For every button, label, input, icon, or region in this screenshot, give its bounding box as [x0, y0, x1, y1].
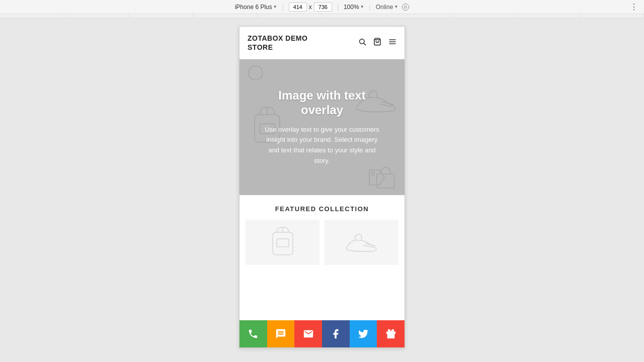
- featured-section: FEATURED COLLECTION: [239, 195, 405, 271]
- svg-line-10: [382, 102, 393, 105]
- toolbar: iPhone 6 Plus ▼ | x | 100% ▼ | Online ▼ …: [0, 0, 644, 14]
- ruler-seg-8: [451, 14, 515, 18]
- zoom-label: 100%: [344, 4, 359, 11]
- gift-button[interactable]: [377, 320, 405, 347]
- main-area: ZOTABOX DEMOSTORE: [0, 18, 644, 361]
- svg-line-1: [364, 43, 366, 45]
- header-icons: [358, 38, 396, 48]
- dimensions: x: [289, 3, 332, 12]
- ruler-seg-1: [0, 14, 64, 18]
- zoom-control[interactable]: 100% ▼: [344, 4, 364, 11]
- device-selector[interactable]: iPhone 6 Plus ▼: [235, 4, 277, 11]
- hero-section: Image with textoverlay Use overlay text …: [239, 59, 405, 195]
- svg-rect-19: [386, 331, 395, 334]
- email-button[interactable]: [294, 320, 322, 347]
- height-input[interactable]: [314, 3, 332, 12]
- ruler-seg-3: [129, 14, 193, 18]
- ruler-seg-5: [258, 14, 322, 18]
- svg-rect-15: [277, 239, 289, 247]
- ruler-seg-6: [322, 14, 386, 18]
- zoom-chevron: ▼: [360, 5, 364, 9]
- hero-content: Image with textoverlay Use overlay text …: [262, 88, 382, 166]
- device-label: iPhone 6 Plus: [235, 4, 272, 11]
- cancel-icon[interactable]: ⊘: [402, 4, 409, 11]
- svg-rect-14: [273, 232, 293, 255]
- device-chevron: ▼: [273, 5, 277, 9]
- svg-rect-13: [377, 174, 394, 188]
- product-card-2[interactable]: [325, 220, 398, 265]
- store-header: ZOTABOX DEMOSTORE: [239, 27, 405, 59]
- search-icon[interactable]: [358, 38, 366, 48]
- chat-button[interactable]: [267, 320, 295, 347]
- more-options-icon[interactable]: ⋮: [630, 2, 638, 12]
- hero-subtitle: Use overlay text to give your customers …: [262, 125, 382, 166]
- menu-icon[interactable]: [388, 38, 396, 48]
- facebook-button[interactable]: [322, 320, 350, 347]
- sep3: |: [369, 4, 371, 11]
- hero-title: Image with textoverlay: [262, 88, 382, 118]
- main-content[interactable]: FEATURED COLLECTION: [239, 195, 405, 320]
- featured-title: FEATURED COLLECTION: [246, 205, 398, 213]
- network-label: Online: [376, 4, 393, 11]
- sep1: |: [282, 4, 284, 11]
- ruler-bar: [0, 14, 644, 18]
- ruler-seg-9: [515, 14, 580, 18]
- svg-point-12: [249, 66, 263, 80]
- bottom-bar: [239, 320, 405, 347]
- ruler-seg-2: [64, 14, 129, 18]
- cart-icon[interactable]: [373, 38, 381, 48]
- sep2: |: [337, 4, 339, 11]
- store-name: ZOTABOX DEMOSTORE: [248, 34, 307, 52]
- dim-cross: x: [309, 4, 312, 11]
- network-selector[interactable]: Online ▼: [376, 4, 398, 11]
- products-grid: [246, 220, 398, 265]
- width-input[interactable]: [289, 3, 307, 12]
- ruler-seg-4: [193, 14, 258, 18]
- product-card-1[interactable]: [246, 220, 319, 265]
- phone-button[interactable]: [239, 320, 267, 347]
- phone-frame: ZOTABOX DEMOSTORE: [239, 26, 405, 348]
- network-chevron: ▼: [394, 5, 398, 9]
- twitter-button[interactable]: [350, 320, 377, 347]
- ruler-seg-10: [580, 14, 644, 18]
- ruler-seg-7: [386, 14, 451, 18]
